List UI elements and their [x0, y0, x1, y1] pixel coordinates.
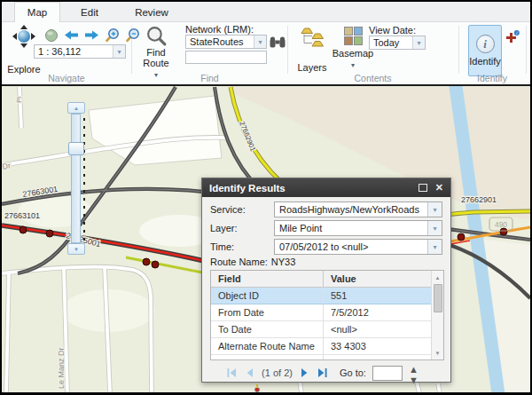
dialog-body: Service: RoadsHighways/NewYorkRoads Laye… [202, 197, 450, 383]
find-route-label-2: Route [143, 58, 168, 68]
find-route-button[interactable]: Find Route [137, 26, 176, 79]
mile-point [20, 226, 27, 233]
find-route-label-1: Find [146, 47, 165, 58]
tab-edit[interactable]: Edit [60, 2, 119, 22]
street-name-label: Le Manz Dr [57, 347, 66, 389]
mile-point [500, 228, 507, 235]
find-group-label: Find [132, 73, 287, 83]
table-row-partial[interactable] [211, 355, 431, 360]
layer-value: Mile Point [275, 223, 427, 233]
service-label: Service: [210, 204, 274, 215]
chevron-down-icon[interactable] [412, 36, 425, 49]
first-page-icon[interactable] [226, 367, 238, 378]
route-id-label: 27662901 [461, 195, 497, 204]
table-scrollbar[interactable]: ▲ ▼ [431, 271, 443, 359]
previous-page-icon[interactable] [244, 367, 255, 378]
spinner-up-icon[interactable] [409, 364, 419, 375]
results-pager: (1 of 2) Go to: [202, 363, 443, 383]
dialog-title: Identify Results [209, 183, 286, 194]
value-column-header: Value [323, 271, 431, 287]
field-column-header: Field [211, 273, 323, 284]
network-lrm-combobox[interactable]: StateRoutes [185, 35, 267, 49]
route-id-label: 27662901 [238, 120, 257, 153]
route-shield-490: 490 [489, 217, 512, 231]
identify-label: Identify [469, 56, 500, 67]
chevron-down-icon[interactable] [254, 36, 266, 48]
close-icon[interactable] [435, 182, 443, 194]
zoom-in-icon[interactable] [105, 28, 120, 43]
group-divider [526, 26, 527, 74]
next-page-icon[interactable] [299, 367, 310, 378]
layer-label: Layer: [210, 223, 274, 233]
forward-arrow-icon[interactable] [84, 29, 99, 41]
view-date-combobox[interactable]: Today [369, 36, 426, 50]
scroll-down-icon[interactable]: ▼ [432, 347, 443, 359]
street-name-label: Dr [2, 161, 12, 170]
field-cell: To Date [211, 324, 323, 335]
table-row[interactable]: To Date <null> [211, 321, 431, 338]
identify-button[interactable]: i Identify [468, 25, 502, 76]
mile-point [143, 258, 150, 265]
map-zoom-slider[interactable] [67, 102, 90, 258]
table-row[interactable]: From Date 7/5/2012 [211, 304, 431, 321]
find-route-input[interactable] [185, 51, 267, 64]
basemap-label: Basemap [332, 48, 373, 59]
zoom-slider-down-button[interactable] [67, 243, 85, 255]
table-header-row: Field Value [211, 271, 431, 288]
scrollbar-thumb[interactable] [434, 284, 442, 312]
spinner-down-icon[interactable] [409, 375, 419, 385]
app-window: Map Edit Review Explore 1 : 36,112 Navig… [0, 0, 532, 395]
chevron-down-icon[interactable] [427, 221, 442, 235]
layer-combobox[interactable]: Mile Point [274, 220, 442, 236]
back-arrow-icon[interactable] [64, 29, 79, 41]
globe-icon[interactable] [44, 28, 59, 43]
group-divider [458, 26, 459, 74]
mile-point [46, 230, 53, 237]
scroll-up-icon[interactable]: ▲ [432, 272, 443, 283]
contents-group-label: Contents [287, 73, 458, 83]
zoom-slider-up-button[interactable] [67, 102, 85, 114]
parcel [89, 96, 222, 165]
layers-button[interactable]: Layers [294, 27, 330, 73]
layers-label: Layers [297, 62, 326, 73]
tab-review[interactable]: Review [119, 2, 184, 22]
identify-icon: i [476, 35, 495, 53]
goto-spinner[interactable] [409, 364, 419, 382]
time-combobox[interactable]: 07/05/2012 to <null> [274, 239, 442, 255]
route-id-label: 27663101 [4, 211, 40, 220]
explore-icon [12, 25, 35, 48]
view-date-label: View Date: [369, 25, 416, 36]
map-scale-combobox[interactable]: 1 : 36,112 [34, 44, 126, 59]
table-row[interactable]: Alternate Route Name 33 4303 [211, 338, 431, 355]
ribbon: Explore 1 : 36,112 Navigate Find Route N… [2, 22, 530, 84]
value-cell: 33 4303 [323, 338, 431, 354]
identify-group-label: Identify [458, 73, 526, 83]
chevron-down-icon[interactable] [427, 202, 442, 217]
zoom-slider-ticks [83, 118, 85, 241]
group-divider [287, 26, 288, 74]
tab-map[interactable]: Map [14, 2, 60, 22]
network-lrm-value: StateRoutes [186, 36, 254, 47]
goto-label: Go to: [340, 367, 366, 378]
last-page-icon[interactable] [317, 367, 328, 378]
dialog-title-bar[interactable]: Identify Results [202, 178, 450, 197]
small-map-marker [255, 388, 260, 392]
map-scale-value: 1 : 36,112 [35, 46, 113, 57]
binoculars-icon[interactable] [270, 36, 286, 48]
navigate-group-label: Navigate [2, 73, 131, 83]
table-row[interactable]: Object ID 551 [211, 288, 431, 304]
basemap-icon [344, 27, 363, 45]
field-cell: From Date [211, 307, 323, 318]
identify-route-characteristics-icon[interactable]: i [505, 30, 520, 44]
zoom-slider-track[interactable] [71, 114, 81, 243]
magnifier-icon [145, 26, 168, 47]
small-map-marker-flag [256, 384, 258, 388]
maximize-icon[interactable] [419, 184, 427, 192]
field-cell: Alternate Route Name [211, 341, 323, 352]
zoom-slider-handle[interactable] [68, 142, 84, 155]
service-combobox[interactable]: RoadsHighways/NewYorkRoads [274, 201, 442, 217]
chevron-down-icon[interactable] [113, 45, 125, 58]
chevron-down-icon[interactable] [427, 240, 442, 254]
goto-page-input[interactable] [372, 366, 403, 381]
value-cell: 7/5/2012 [323, 304, 431, 320]
